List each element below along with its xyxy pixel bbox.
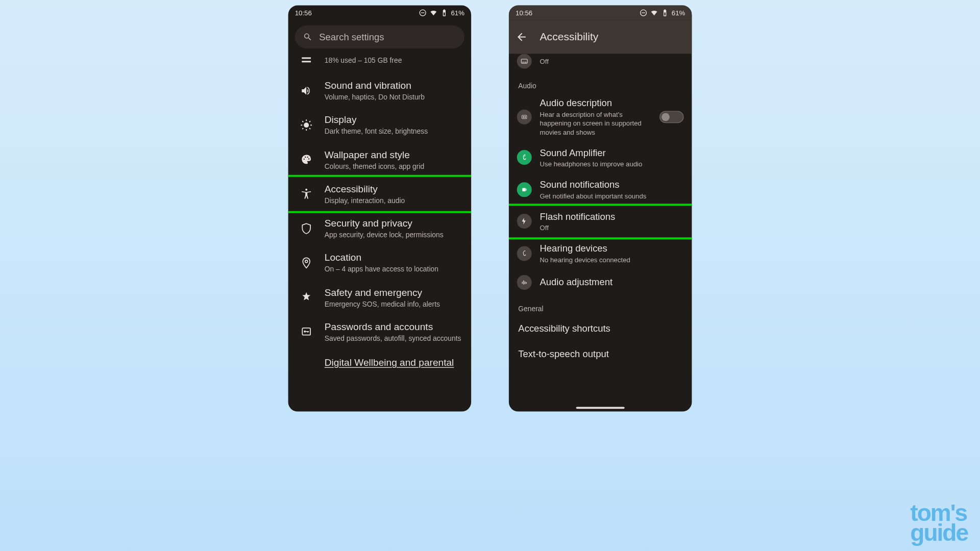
item-sound-notifications[interactable]: Sound notificationsGet notified about im… [509, 173, 692, 206]
back-icon[interactable] [516, 31, 528, 43]
app-bar: Accessibility [509, 20, 692, 54]
emergency-icon [300, 291, 312, 304]
page-title: Accessibility [540, 31, 599, 43]
svg-point-4 [304, 122, 309, 128]
item-audio-description[interactable]: Audio descriptionHear a description of w… [509, 92, 692, 142]
svg-rect-1 [421, 12, 425, 13]
phone-settings: 10:56 61% Search settings 18% used – 105… [288, 6, 471, 412]
dnd-icon [419, 9, 427, 17]
sound-icon [300, 85, 312, 97]
svg-rect-15 [522, 62, 524, 62]
flash-icon [520, 217, 528, 226]
shield-icon [300, 222, 312, 235]
svg-rect-14 [521, 59, 527, 63]
item-hearing-devices[interactable]: Hearing devicesNo hearing devices connec… [509, 237, 692, 269]
sound-notif-icon [520, 185, 528, 193]
palette-icon [300, 154, 312, 166]
search-placeholder: Search settings [319, 32, 384, 42]
settings-item-security[interactable]: Security and privacyApp security, device… [288, 211, 471, 246]
watermark-logo: tom's guide [910, 503, 968, 543]
svg-rect-18 [522, 188, 526, 191]
storage-icon [300, 54, 312, 66]
search-icon [303, 32, 312, 41]
svg-rect-19 [522, 282, 523, 284]
svg-point-5 [304, 159, 305, 160]
svg-point-8 [308, 158, 309, 159]
wifi-icon [650, 9, 658, 17]
settings-item-accessibility[interactable]: AccessibilityDisplay, interaction, audio [288, 177, 471, 211]
battery-pct: 61% [451, 9, 464, 16]
svg-rect-22 [526, 282, 527, 283]
location-icon [300, 257, 312, 269]
item-tts-output[interactable]: Text-to-speech output [509, 341, 692, 366]
wifi-icon [429, 9, 437, 17]
settings-item-wellbeing[interactable]: Digital Wellbeing and parental [288, 349, 471, 370]
status-icons: 61% [419, 9, 464, 17]
status-time: 10:56 [516, 9, 532, 16]
status-bar: 10:56 61% [509, 6, 692, 20]
toggle-audio-description[interactable] [659, 111, 683, 123]
item-accessibility-shortcuts[interactable]: Accessibility shortcuts [509, 315, 692, 340]
search-settings[interactable]: Search settings [295, 26, 464, 48]
dnd-icon [640, 9, 648, 17]
key-icon [300, 325, 312, 338]
settings-item-wallpaper[interactable]: Wallpaper and styleColours, themed icons… [288, 142, 471, 177]
battery-pct: 61% [672, 9, 685, 16]
section-general: General [509, 295, 692, 315]
svg-point-9 [305, 189, 307, 191]
svg-rect-20 [523, 280, 524, 284]
nav-pill[interactable] [576, 407, 625, 409]
svg-point-6 [305, 157, 306, 158]
item-sound-amplifier[interactable]: Sound AmplifierUse headphones to improve… [509, 141, 692, 173]
status-icons: 61% [640, 9, 685, 17]
settings-item-passwords[interactable]: Passwords and accountsSaved passwords, a… [288, 314, 471, 349]
accessibility-list[interactable]: Caption preferencesOff Audio Audio descr… [509, 54, 692, 411]
svg-rect-2 [302, 57, 311, 59]
display-icon [300, 119, 312, 131]
battery-icon [661, 9, 669, 17]
equalizer-icon [520, 278, 528, 286]
svg-point-7 [307, 157, 308, 158]
phone-accessibility: 10:56 61% Accessibility Caption preferen… [509, 6, 692, 412]
svg-rect-13 [642, 12, 645, 13]
svg-rect-17 [522, 115, 527, 119]
accessibility-icon [300, 188, 312, 200]
svg-rect-16 [525, 62, 526, 62]
section-audio: Audio [509, 72, 692, 92]
settings-item-storage[interactable]: 18% used – 105 GB free [288, 53, 471, 73]
battery-icon [440, 9, 448, 17]
item-audio-adjustment[interactable]: Audio adjustment [509, 269, 692, 295]
audio-description-icon [520, 113, 528, 121]
status-bar: 10:56 61% [288, 6, 471, 20]
settings-item-location[interactable]: LocationOn – 4 apps have access to locat… [288, 245, 471, 280]
settings-item-sound[interactable]: Sound and vibrationVolume, haptics, Do N… [288, 73, 471, 108]
item-caption-preferences[interactable]: Caption preferencesOff [509, 54, 692, 72]
hearing-icon [520, 249, 528, 258]
settings-item-safety[interactable]: Safety and emergencyEmergency SOS, medic… [288, 280, 471, 315]
svg-point-11 [304, 331, 306, 333]
item-flash-notifications[interactable]: Flash notificationsOff [509, 206, 692, 238]
svg-rect-3 [302, 61, 311, 62]
captions-icon [520, 57, 528, 65]
ear-icon [520, 154, 528, 162]
svg-rect-21 [525, 281, 525, 284]
settings-list[interactable]: 18% used – 105 GB free Sound and vibrati… [288, 53, 471, 412]
status-time: 10:56 [295, 9, 312, 16]
settings-item-display[interactable]: DisplayDark theme, font size, brightness [288, 108, 471, 142]
